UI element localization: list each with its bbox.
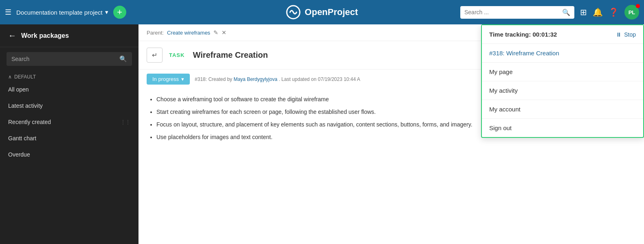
- main-content: Parent: Create wireframes ✎ ✕ ↵ TASK Wir…: [138, 24, 644, 244]
- help-icon[interactable]: ❓: [609, 7, 619, 17]
- dropdown-my-activity[interactable]: My activity: [482, 81, 643, 100]
- stop-icon: ⏸: [616, 31, 622, 38]
- sidebar-section-name: DEFAULT: [14, 74, 36, 80]
- time-tracking-row: Time tracking: 00:01:32 ⏸ Stop: [482, 25, 643, 44]
- logo-icon: [286, 5, 301, 20]
- sidebar-item-latest-activity[interactable]: Latest activity: [0, 98, 138, 114]
- wp-title: Wireframe Creation: [193, 50, 268, 60]
- sidebar-search-icon: 🔍: [119, 55, 127, 63]
- stop-button[interactable]: ⏸ Stop: [616, 31, 636, 38]
- dropdown-wp-link[interactable]: #318: Wireframe Creation: [482, 44, 643, 63]
- drag-handle-icon: ⋮⋮: [121, 119, 130, 125]
- project-name: Documentation template project: [16, 9, 103, 16]
- navbar: ☰ Documentation template project ▾ + Ope…: [0, 0, 644, 24]
- project-arrow-icon: ▾: [105, 9, 108, 16]
- search-icon: 🔍: [562, 9, 570, 16]
- sidebar-item-label: Gantt chart: [8, 135, 36, 142]
- author-link[interactable]: Maya Berdygylyjova: [233, 76, 277, 82]
- sidebar-item-all-open[interactable]: All open: [0, 81, 138, 98]
- sidebar-item-label: Recently created: [8, 119, 51, 125]
- dropdown-my-account[interactable]: My account: [482, 100, 643, 119]
- grid-icon[interactable]: ⊞: [580, 7, 587, 17]
- sidebar-header: ← Work packages: [0, 24, 138, 47]
- time-tracking-label: Time tracking: 00:01:32: [489, 31, 557, 38]
- sidebar-item-label: Overdue: [8, 151, 30, 158]
- project-selector[interactable]: Documentation template project ▾: [16, 9, 108, 16]
- sidebar-item-label: Latest activity: [8, 102, 43, 109]
- sidebar-title: Work packages: [21, 32, 69, 39]
- sidebar-item-recently-created[interactable]: Recently created ⋮⋮: [0, 114, 138, 130]
- navbar-left: ☰ Documentation template project ▾ +: [5, 6, 213, 19]
- wp-back-button[interactable]: ↵: [147, 48, 163, 63]
- avatar-initials: PL: [629, 9, 635, 15]
- avatar-badge: [636, 4, 640, 8]
- hamburger-icon[interactable]: ☰: [5, 8, 11, 17]
- status-label: In progress: [152, 76, 179, 82]
- status-badge[interactable]: In progress ▾: [147, 74, 190, 85]
- sidebar-item-label: All open: [8, 86, 29, 93]
- task-type-label: TASK: [169, 52, 185, 58]
- stop-label: Stop: [624, 31, 636, 38]
- sidebar-search-input[interactable]: [11, 56, 116, 62]
- layout: ← Work packages 🔍 ∧ DEFAULT All open Lat…: [0, 24, 644, 244]
- add-button[interactable]: +: [113, 6, 126, 19]
- parent-link[interactable]: Create wireframes: [167, 30, 210, 36]
- status-arrow-icon: ▾: [181, 76, 184, 82]
- parent-label: Parent:: [147, 30, 164, 36]
- logo: OpenProject: [286, 5, 358, 20]
- navbar-right: 🔍 ⊞ 🔔 ❓ PL: [431, 5, 639, 20]
- sidebar-section-chevron: ∧: [8, 74, 12, 80]
- parent-edit-icon[interactable]: ✎: [213, 29, 218, 36]
- user-dropdown-menu: Time tracking: 00:01:32 ⏸ Stop #318: Wir…: [481, 24, 644, 138]
- dropdown-my-page[interactable]: My page: [482, 63, 643, 81]
- status-meta: #318: Created by Maya Berdygylyjova . La…: [195, 76, 360, 82]
- notification-icon[interactable]: 🔔: [593, 7, 603, 17]
- sidebar-item-gantt-chart[interactable]: Gantt chart: [0, 130, 138, 146]
- dropdown-sign-out[interactable]: Sign out: [482, 119, 643, 137]
- navbar-center: OpenProject: [218, 5, 426, 20]
- sidebar-item-overdue[interactable]: Overdue: [0, 146, 138, 163]
- status-meta-text: #318: Created by: [195, 76, 232, 82]
- sidebar-back-button[interactable]: ←: [8, 31, 16, 40]
- search-input[interactable]: [464, 9, 559, 15]
- sidebar-section-label: ∧ DEFAULT: [0, 71, 138, 81]
- sidebar: ← Work packages 🔍 ∧ DEFAULT All open Lat…: [0, 24, 138, 244]
- sidebar-nav: All open Latest activity Recently create…: [0, 81, 138, 244]
- parent-close-icon[interactable]: ✕: [222, 29, 226, 36]
- avatar[interactable]: PL: [624, 5, 639, 20]
- status-updated: . Last updated on 07/19/2023 10:44 A: [279, 76, 360, 82]
- logo-text: OpenProject: [305, 7, 358, 17]
- search-bar[interactable]: 🔍: [460, 6, 574, 19]
- sidebar-search[interactable]: 🔍: [7, 52, 132, 66]
